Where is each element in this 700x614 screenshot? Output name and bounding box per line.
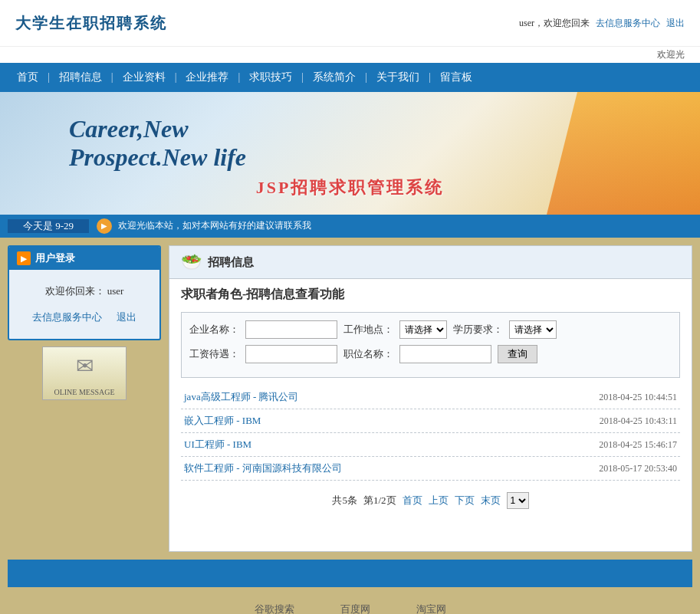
footer-link-google[interactable]: 谷歌搜索 [255,603,294,614]
company-input[interactable] [245,320,337,339]
main-content: ▶ 用户登录 欢迎你回来： user 去信息服务中心 退出 ✉ OLINE ME… [0,238,700,560]
job-time: 2018-05-17 20:53:40 [599,463,677,474]
position-input[interactable] [399,345,491,363]
next-page-link[interactable]: 下页 [455,494,475,507]
notice-text: 欢迎光临本站，如对本网站有好的建议请联系我 [118,220,311,231]
sidebar: ▶ 用户登录 欢迎你回来： user 去信息服务中心 退出 ✉ OLINE ME… [8,245,161,552]
table-row: 嵌入工程师 - IBM 2018-04-25 10:43:11 [181,409,680,433]
nav-item-about-us[interactable]: 关于我们 [367,71,429,84]
salary-input[interactable] [245,345,337,363]
location-label: 工作地点： [343,323,393,337]
logout-link[interactable]: 退出 [666,17,685,30]
section-title: 求职者角色-招聘信息查看功能 [181,287,680,303]
search-form: 企业名称： 工作地点： 请选择 北京 上海 广州 深圳 其他 学历要求： 请选择 [181,312,680,378]
prev-page-link[interactable]: 上页 [429,494,449,507]
nav-item-tips[interactable]: 求职技巧 [240,71,301,84]
table-row: 软件工程师 - 河南国源科技有限公司 2018-05-17 20:53:40 [181,457,680,481]
job-time: 2018-04-25 10:43:11 [600,415,677,427]
content-header-icon: 🥗 [181,252,202,272]
login-box: ▶ 用户登录 欢迎你回来： user 去信息服务中心 退出 [8,245,161,340]
login-box-header: ▶ 用户登录 [9,247,159,270]
job-title-link[interactable]: java高级工程师 - 腾讯公司 [184,390,298,404]
search-button[interactable]: 查询 [498,345,537,363]
footer-link-taobao[interactable]: 淘宝网 [416,603,446,614]
sidebar-logout-link[interactable]: 退出 [117,311,136,323]
banner-subtitle: JSP招聘求职管理系统 [0,176,700,199]
banner: Career,New Prospect.New life JSP招聘求职管理系统 [0,92,700,215]
user-greeting: user，欢迎您回来 [519,17,590,30]
info-center-link[interactable]: 去信息服务中心 [596,17,660,30]
pagination: 共5条 第1/2页 首页 上页 下页 末页 1 2 [181,492,680,509]
first-page-link[interactable]: 首页 [403,494,422,507]
company-label: 企业名称： [189,323,239,337]
welcome-text: 欢迎光 [657,49,685,60]
salary-label: 工资待遇： [189,347,239,361]
education-label: 学历要求： [453,323,503,337]
welcome-bar: 欢迎光 [0,46,700,63]
page-select[interactable]: 1 2 [507,492,529,509]
nav-item-recommend[interactable]: 企业推荐 [176,71,238,84]
sidebar-info-center-link[interactable]: 去信息服务中心 [32,311,102,323]
table-row: UI工程师 - IBM 2018-04-25 15:46:17 [181,433,680,457]
form-row-2: 工资待遇： 职位名称： 查询 [189,345,672,363]
banner-line2: Prospect.New life [69,143,246,172]
notice-icon: ▶ [97,218,112,234]
sidebar-message: ✉ OLINE MESSAGE [8,346,161,400]
login-box-content: 欢迎你回来： user 去信息服务中心 退出 [9,270,159,339]
navigation: 首页 | 招聘信息 | 企业资料 | 企业推荐 | 求职技巧 | 系统简介 | … [0,63,700,92]
location-select[interactable]: 请选择 北京 上海 广州 深圳 其他 [399,320,447,339]
education-select[interactable]: 请选择 不限 大专 本科 硕士 博士 [509,320,557,339]
last-page-link[interactable]: 末页 [481,494,501,507]
nav-item-jobs[interactable]: 招聘信息 [50,71,111,84]
form-row-1: 企业名称： 工作地点： 请选择 北京 上海 广州 深圳 其他 学历要求： 请选择 [189,320,672,339]
sidebar-username: user [107,285,124,297]
page-info: 第1/2页 [363,494,396,507]
message-label: OLINE MESSAGE [54,388,114,396]
message-icon: ✉ [76,353,94,379]
job-title-link[interactable]: UI工程师 - IBM [184,438,251,451]
nav-item-home[interactable]: 首页 [8,71,48,84]
job-title-link[interactable]: 软件工程师 - 河南国源科技有限公司 [184,461,342,475]
login-box-title: 用户登录 [35,251,75,265]
header-user-info: user，欢迎您回来 去信息服务中心 退出 [519,17,685,30]
content-header: 🥗 招聘信息 [169,246,692,279]
header: 大学生在职招聘系统 user，欢迎您回来 去信息服务中心 退出 [0,0,700,46]
position-label: 职位名称： [343,347,393,361]
sidebar-welcome: 欢迎你回来： user [17,281,152,301]
nav-item-guestbook[interactable]: 留言板 [431,71,481,84]
footer-links: 谷歌搜索 百度网 淘宝网 [0,587,700,614]
content-body: 求职者角色-招聘信息查看功能 企业名称： 工作地点： 请选择 北京 上海 广州 … [169,279,692,517]
today-bar: 今天是 9-29 ▶ 欢迎光临本站，如对本网站有好的建议请联系我 [0,215,700,238]
total-count: 共5条 [332,494,357,507]
today-notice: ▶ 欢迎光临本站，如对本网站有好的建议请联系我 [97,218,692,234]
banner-text: Career,New Prospect.New life [69,115,246,172]
login-icon: ▶ [17,251,31,265]
footer-link-baidu[interactable]: 百度网 [340,603,370,614]
content-header-title: 招聘信息 [208,255,254,270]
content-area: 🥗 招聘信息 求职者角色-招聘信息查看功能 企业名称： 工作地点： 请选择 北京… [169,245,692,552]
footer-nav [8,560,692,587]
sidebar-actions: 去信息服务中心 退出 [17,307,152,327]
sidebar-welcome-label: 欢迎你回来： [45,285,105,297]
job-time: 2018-04-25 10:44:51 [599,392,677,403]
job-time: 2018-04-25 15:46:17 [599,439,677,451]
message-board-image[interactable]: ✉ OLINE MESSAGE [42,346,127,400]
nav-item-company[interactable]: 企业资料 [113,71,175,84]
today-date: 今天是 9-29 [8,219,89,233]
job-list: java高级工程师 - 腾讯公司 2018-04-25 10:44:51 嵌入工… [181,386,680,481]
site-logo: 大学生在职招聘系统 [15,13,167,34]
table-row: java高级工程师 - 腾讯公司 2018-04-25 10:44:51 [181,386,680,409]
nav-item-about-system[interactable]: 系统简介 [304,71,365,84]
banner-line1: Career,New [69,115,246,143]
job-title-link[interactable]: 嵌入工程师 - IBM [184,414,261,428]
